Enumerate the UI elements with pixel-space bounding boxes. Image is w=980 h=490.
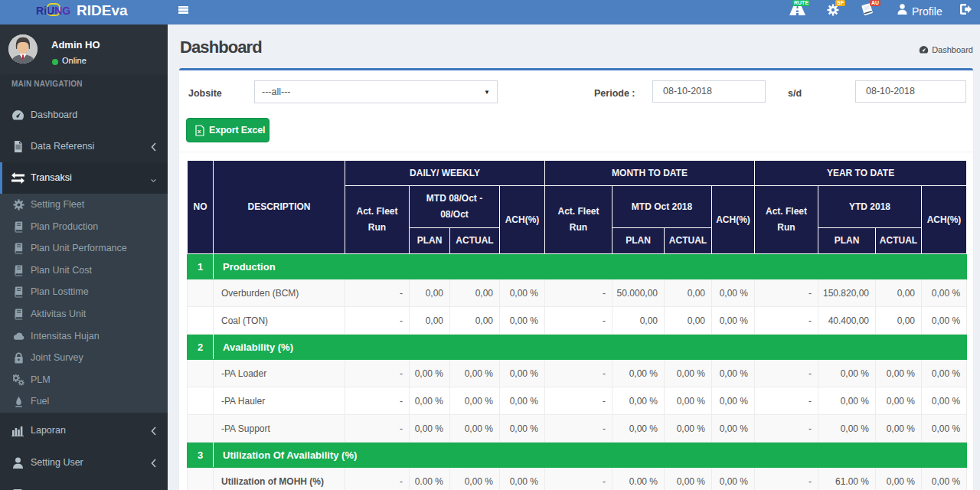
svg-text:x: x — [198, 128, 201, 135]
